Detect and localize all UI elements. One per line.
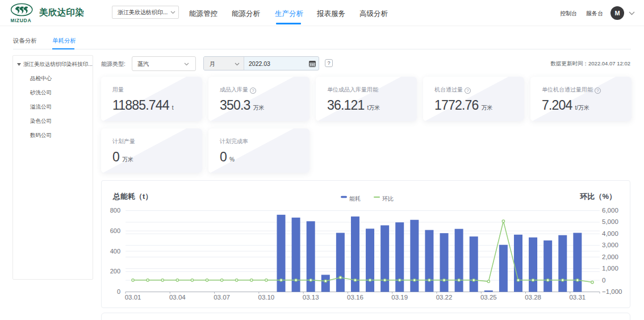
svg-text:03.22: 03.22 bbox=[436, 294, 453, 301]
svg-text:03.10: 03.10 bbox=[258, 294, 274, 301]
svg-text:MIZUDA: MIZUDA bbox=[11, 18, 31, 23]
svg-text:03.31: 03.31 bbox=[569, 294, 586, 301]
svg-text:3,000: 3,000 bbox=[602, 242, 618, 248]
svg-text:03.07: 03.07 bbox=[214, 294, 230, 301]
svg-text:−1,000: −1,000 bbox=[602, 288, 622, 295]
svg-text:600: 600 bbox=[110, 227, 120, 234]
svg-text:03.04: 03.04 bbox=[169, 294, 186, 301]
svg-text:03.13: 03.13 bbox=[303, 294, 319, 301]
svg-text:0: 0 bbox=[602, 277, 605, 284]
svg-text:200: 200 bbox=[110, 268, 120, 275]
svg-text:400: 400 bbox=[110, 248, 120, 255]
svg-text:800: 800 bbox=[110, 207, 120, 214]
svg-text:4,000: 4,000 bbox=[602, 230, 618, 237]
svg-text:03.16: 03.16 bbox=[347, 294, 363, 301]
svg-text:1,000: 1,000 bbox=[602, 265, 618, 272]
svg-text:6,000: 6,000 bbox=[602, 207, 618, 214]
svg-text:环比: 环比 bbox=[382, 196, 394, 202]
svg-text:03.25: 03.25 bbox=[480, 294, 497, 301]
svg-text:0: 0 bbox=[117, 288, 120, 295]
svg-text:03.01: 03.01 bbox=[125, 294, 141, 301]
svg-text:03.19: 03.19 bbox=[391, 294, 408, 301]
svg-text:2,000: 2,000 bbox=[602, 253, 618, 260]
svg-text:5,000: 5,000 bbox=[602, 218, 618, 225]
svg-text:03.28: 03.28 bbox=[525, 294, 541, 301]
svg-text:能耗: 能耗 bbox=[349, 196, 361, 202]
